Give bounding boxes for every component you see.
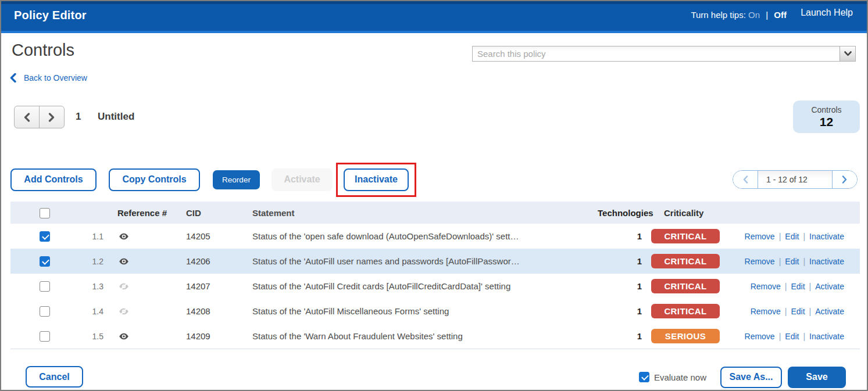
visibility-off-icon[interactable] [117, 281, 130, 292]
pagination-range: 1 - 12 of 12 [758, 171, 832, 188]
chevron-left-icon [10, 73, 16, 82]
evaluate-now-checkbox[interactable] [639, 372, 649, 382]
visibility-off-icon[interactable] [117, 306, 130, 317]
toggle-active-link[interactable]: Inactivate [809, 257, 844, 266]
criticality-badge: CRITICAL [651, 304, 720, 318]
remove-link[interactable]: Remove [751, 282, 781, 291]
policy-name: Untitled [98, 111, 134, 123]
remove-link[interactable]: Remove [745, 257, 775, 266]
help-tips-toggle: Turn help tips: On | Off [691, 10, 787, 20]
add-controls-button[interactable]: Add Controls [10, 168, 97, 191]
edit-link[interactable]: Edit [785, 232, 799, 241]
toggle-active-link[interactable]: Activate [815, 307, 844, 316]
edit-link[interactable]: Edit [785, 332, 799, 341]
criticality-badge: CRITICAL [651, 279, 720, 293]
edit-link[interactable]: Edit [785, 257, 799, 266]
reorder-button[interactable]: Reorder [213, 170, 260, 189]
column-header-criticality: Criticality [642, 208, 729, 218]
table-row: 1.3 14207 Status of the 'AutoFill Credit… [10, 274, 860, 299]
row-checkbox[interactable] [40, 281, 50, 292]
pagination-previous-button[interactable] [733, 171, 758, 188]
cancel-button[interactable]: Cancel [26, 366, 83, 388]
controls-table: Reference # CID Statement Technologies C… [10, 202, 860, 349]
help-tips-label: Turn help tips: [691, 10, 746, 20]
toggle-active-link[interactable]: Inactivate [809, 232, 844, 241]
app-header: Policy Editor Turn help tips: On | Off L… [1, 1, 867, 33]
remove-link[interactable]: Remove [745, 232, 775, 241]
row-checkbox[interactable] [40, 256, 50, 267]
help-tips-separator: | [766, 10, 768, 20]
previous-policy-button[interactable] [15, 106, 40, 128]
chevron-right-icon [842, 175, 848, 184]
visibility-icon[interactable] [117, 256, 130, 267]
visibility-icon[interactable] [117, 331, 130, 342]
criticality-badge: SERIOUS [651, 329, 720, 343]
edit-link[interactable]: Edit [791, 282, 805, 291]
controls-count-label: Controls [811, 105, 841, 114]
control-statement: Status of the 'AutoFill Credit cards [Au… [245, 281, 598, 291]
copy-controls-button[interactable]: Copy Controls [109, 168, 200, 191]
row-checkbox[interactable] [40, 231, 50, 242]
chevron-right-icon [48, 113, 55, 122]
toggle-active-link[interactable]: Inactivate [809, 332, 844, 341]
policy-search [472, 46, 856, 62]
control-reference-number: 1.4 [63, 307, 103, 316]
remove-link[interactable]: Remove [745, 332, 775, 341]
policy-index: 1 [76, 111, 81, 123]
inactivate-button[interactable]: Inactivate [344, 168, 409, 191]
search-dropdown-button[interactable] [840, 46, 855, 61]
row-checkbox[interactable] [40, 331, 50, 342]
table-row: 1.4 14208 Status of the 'AutoFill Miscel… [10, 299, 860, 324]
policy-editor-window: Policy Editor Turn help tips: On | Off L… [0, 0, 868, 391]
visibility-icon[interactable] [117, 231, 130, 242]
help-tips-off[interactable]: Off [774, 10, 787, 20]
row-actions: Remove|Edit|Activate [729, 282, 860, 291]
control-cid: 14209 [179, 331, 245, 341]
control-technologies-count: 1 [598, 331, 642, 341]
table-header-row: Reference # CID Statement Technologies C… [10, 202, 860, 224]
control-technologies-count: 1 [598, 281, 642, 291]
control-statement: Status of the 'Warn About Fraudulent Web… [245, 331, 598, 341]
row-actions: Remove|Edit|Inactivate [729, 257, 860, 266]
save-button[interactable]: Save [788, 367, 846, 388]
search-input[interactable] [473, 46, 840, 61]
remove-link[interactable]: Remove [751, 307, 781, 316]
column-header-statement: Statement [245, 208, 598, 218]
controls-count-value: 12 [820, 115, 833, 129]
control-cid: 14208 [179, 306, 245, 316]
row-checkbox[interactable] [40, 306, 50, 317]
control-reference-number: 1.3 [63, 282, 103, 291]
table-row: 1.1 14205 Status of the 'open safe downl… [10, 224, 860, 249]
help-tips-on[interactable]: On [748, 10, 760, 20]
control-statement: Status of the 'AutoFill Miscellaneous Fo… [245, 306, 598, 316]
select-all-checkbox[interactable] [40, 208, 50, 218]
policy-pager [14, 106, 65, 128]
next-policy-button[interactable] [40, 106, 64, 128]
criticality-badge: CRITICAL [651, 229, 720, 243]
chevron-left-icon [742, 175, 748, 184]
controls-toolbar: Add Controls Copy Controls Reorder Activ… [10, 168, 858, 191]
toggle-active-link[interactable]: Activate [815, 282, 844, 291]
control-reference-number: 1.1 [63, 232, 103, 241]
control-statement: Status of the 'open safe download (AutoO… [245, 231, 598, 241]
control-technologies-count: 1 [598, 306, 642, 316]
inactivate-highlight-box: Inactivate [336, 163, 416, 197]
page-title: Controls [12, 41, 74, 60]
criticality-badge: CRITICAL [651, 254, 720, 268]
control-statement: Status of the 'AutoFill user names and p… [245, 256, 598, 266]
chevron-down-icon [844, 51, 852, 56]
activate-button: Activate [272, 168, 333, 191]
back-to-overview-link[interactable]: Back to Overview [10, 73, 87, 82]
row-actions: Remove|Edit|Inactivate [729, 232, 860, 241]
evaluate-now-label: Evaluate now [654, 372, 706, 382]
chevron-left-icon [23, 113, 30, 122]
control-reference-number: 1.2 [63, 257, 103, 266]
list-pagination: 1 - 12 of 12 [733, 170, 858, 189]
column-header-technologies: Technologies [598, 208, 642, 218]
pagination-next-button[interactable] [832, 171, 857, 188]
save-as-button[interactable]: Save As... [720, 367, 782, 388]
launch-help-link[interactable]: Launch Help [801, 8, 853, 18]
back-link-label: Back to Overview [24, 73, 87, 82]
control-reference-number: 1.5 [63, 332, 103, 341]
edit-link[interactable]: Edit [791, 307, 805, 316]
